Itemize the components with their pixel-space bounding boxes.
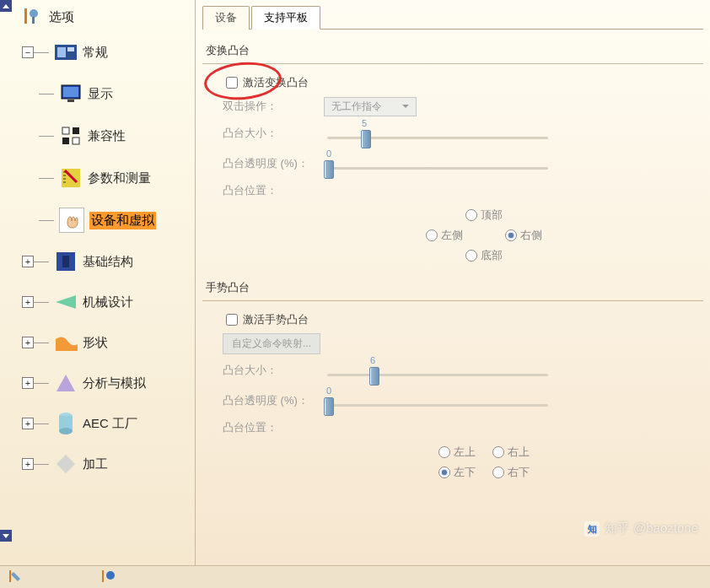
radio-topleft[interactable]: 左上 [438, 445, 476, 460]
radio-topright[interactable]: 右上 [492, 445, 530, 460]
svg-rect-8 [67, 100, 74, 102]
svg-point-23 [106, 571, 115, 580]
triangle2-icon [54, 371, 78, 395]
radio-right[interactable]: 右侧 [505, 228, 542, 243]
size-label: 凸台大小： [223, 363, 324, 378]
slider-value: 0 [320, 148, 337, 159]
monitor-icon [59, 82, 83, 105]
triangle-icon [54, 290, 78, 314]
tree-item-infra[interactable]: + 基础结构 [0, 241, 195, 282]
position-radios: 顶部 左侧 右侧 底部 [223, 208, 703, 263]
tree-item-compat[interactable]: 兼容性 [0, 115, 195, 157]
size-slider[interactable] [324, 128, 551, 148]
checkbox-label: 激活手势凸台 [243, 312, 309, 327]
tabs: 设备 支持平板 [202, 5, 703, 30]
opacity-label: 凸台透明度 (%)： [223, 156, 324, 171]
expander-icon[interactable]: − [22, 46, 34, 58]
slider-value: 0 [320, 386, 337, 396]
ruler-icon [59, 166, 83, 190]
group-title: 变换凸台 [202, 41, 703, 64]
expander-icon[interactable]: + [22, 256, 34, 267]
general-icon [54, 40, 78, 64]
tree-item-analysis[interactable]: + 分析与模拟 [0, 363, 195, 403]
dblclick-label: 双击操作： [223, 99, 324, 114]
tool-icon[interactable] [7, 569, 24, 585]
svg-rect-5 [67, 47, 74, 51]
radio-bottom[interactable]: 底部 [465, 248, 503, 263]
tab-devices[interactable]: 设备 [202, 6, 250, 30]
tree-item-label: 形状 [83, 335, 108, 351]
expander-icon[interactable]: + [22, 337, 34, 348]
svg-rect-19 [584, 521, 600, 537]
activate-gesture-checkbox[interactable] [226, 314, 238, 326]
tree-item-label: 机械设计 [83, 294, 133, 310]
svg-rect-9 [62, 127, 69, 134]
block-icon [54, 250, 78, 273]
watermark: 知 知乎 @baoztone [584, 521, 698, 537]
opacity-slider[interactable] [324, 159, 551, 179]
svg-rect-2 [32, 17, 35, 24]
svg-rect-21 [9, 570, 11, 582]
tool-icon[interactable] [100, 569, 116, 585]
tree-item-label: 常规 [83, 45, 108, 61]
sidebar: 选项 − 常规 显示 [0, 0, 196, 565]
position-radios: 左上 右上 左下 右下 [223, 445, 703, 480]
expander-icon[interactable]: + [22, 296, 34, 308]
apps-icon [59, 124, 83, 148]
svg-rect-12 [73, 138, 79, 144]
svg-rect-10 [73, 127, 79, 134]
svg-rect-11 [62, 138, 69, 144]
tree-item-general[interactable]: − 常规 [0, 32, 195, 73]
opacity-label: 凸台透明度 (%)： [223, 393, 324, 408]
tree-item-label: 兼容性 [88, 128, 126, 144]
svg-rect-0 [24, 8, 27, 24]
tree-item-aec[interactable]: + AEC 工厂 [0, 403, 195, 444]
tab-support-tablet[interactable]: 支持平板 [251, 6, 320, 30]
wave-icon [54, 331, 78, 354]
slider-value: 5 [356, 118, 373, 128]
radio-top[interactable]: 顶部 [465, 208, 503, 223]
tree-item-devices[interactable]: 设备和虚拟 [0, 199, 195, 241]
content-panel: 设备 支持平板 变换凸台 激活变换凸台 双击操作： 无工作指令 [196, 0, 710, 565]
tree-item-label: 显示 [88, 86, 113, 102]
svg-text:知: 知 [587, 524, 597, 534]
position-label: 凸台位置： [223, 420, 324, 435]
hand-icon [59, 208, 84, 233]
dblclick-select[interactable]: 无工作指令 [324, 97, 417, 116]
slider-value: 6 [364, 355, 381, 365]
tree-item-machining[interactable]: + 加工 [0, 444, 195, 484]
custom-mapping-button[interactable]: 自定义命令映射... [223, 333, 320, 354]
expander-icon[interactable]: + [22, 418, 34, 429]
group-transform-boss: 变换凸台 激活变换凸台 双击操作： 无工作指令 凸台大小： 5 [202, 41, 703, 263]
radio-left[interactable]: 左侧 [426, 228, 463, 243]
tree-item-params[interactable]: 参数和测量 [0, 157, 195, 199]
tree-item-label: 参数和测量 [88, 170, 151, 186]
tree-item-mech[interactable]: + 机械设计 [0, 282, 195, 322]
tree-item-label: 基础结构 [83, 254, 133, 270]
activate-transform-checkbox[interactable] [226, 77, 238, 89]
diamond-icon [54, 452, 78, 476]
tree-item-label: AEC 工厂 [83, 416, 137, 432]
group-title: 手势凸台 [202, 278, 703, 301]
svg-point-18 [59, 428, 73, 434]
radio-bottomleft[interactable]: 左下 [438, 465, 476, 480]
checkbox-label: 激活变换凸台 [243, 75, 309, 90]
tree-item-label: 加工 [83, 456, 108, 472]
expander-icon[interactable]: + [22, 458, 34, 470]
radio-bottomright[interactable]: 右下 [492, 465, 530, 480]
tree-item-display[interactable]: 显示 [0, 73, 195, 115]
svg-rect-7 [63, 87, 78, 97]
svg-rect-4 [57, 47, 66, 57]
opacity-slider[interactable] [324, 396, 551, 416]
expander-icon[interactable]: + [22, 377, 34, 389]
group-gesture-boss: 手势凸台 激活手势凸台 自定义命令映射... 凸台大小： 6 [202, 278, 703, 480]
scroll-down-button[interactable] [0, 530, 12, 542]
bottom-toolbar [0, 565, 710, 588]
tree-root[interactable]: 选项 [0, 2, 195, 32]
tree-item-shape[interactable]: + 形状 [0, 322, 195, 363]
tree-root-label: 选项 [49, 9, 74, 25]
svg-rect-15 [62, 256, 69, 267]
options-icon [20, 5, 44, 29]
size-slider[interactable] [324, 365, 551, 386]
cylinder-icon [54, 412, 78, 435]
